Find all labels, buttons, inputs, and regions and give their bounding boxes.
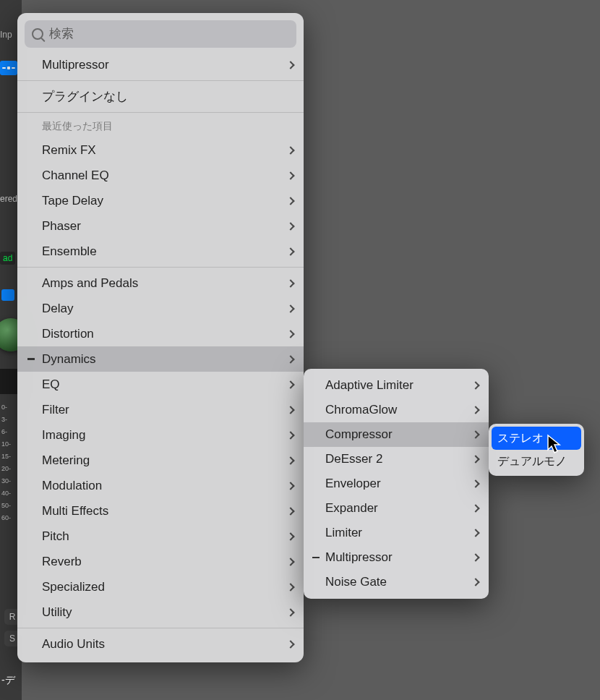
submenu-item-adaptive-limiter[interactable]: Adaptive Limiter	[304, 373, 489, 398]
menu-item-specialized[interactable]: Specialized	[17, 574, 304, 599]
submenu-item-label: Expander	[325, 501, 378, 516]
search-icon	[32, 28, 43, 40]
chevron-right-icon	[471, 553, 479, 561]
menu-item-label: Audio Units	[42, 637, 105, 652]
menu-item-multipressor[interactable]: Multipressor	[17, 52, 304, 77]
submenu-item-label: Noise Gate	[325, 575, 387, 589]
chevron-right-icon	[471, 381, 479, 389]
menu-item-label: Imaging	[42, 428, 85, 443]
chevron-right-icon	[286, 532, 294, 540]
chevron-right-icon	[286, 583, 294, 591]
submenu-item-multipressor[interactable]: Multipressor	[304, 545, 489, 570]
menu-item-label: Remix FX	[42, 143, 96, 158]
submenu-item-label: Enveloper	[325, 477, 381, 491]
menu-item-eq[interactable]: EQ	[17, 372, 304, 397]
menu-item-no-plugin[interactable]: プラグインなし	[17, 84, 304, 109]
submenu-item-compressor[interactable]: Compressor	[304, 422, 489, 447]
menu-separator	[17, 112, 304, 113]
chevron-right-icon	[286, 146, 294, 154]
chevron-right-icon	[286, 482, 294, 490]
menu-item-label: Specialized	[42, 580, 105, 594]
menu-item-label: Delay	[42, 302, 73, 316]
submenu-item-label: Multipressor	[325, 550, 393, 565]
chevron-right-icon	[286, 355, 294, 363]
menu-item-amps-and-pedals[interactable]: Amps and Pedals	[17, 270, 304, 296]
chevron-right-icon	[286, 61, 294, 69]
waveform-icon[interactable]	[1, 289, 14, 301]
menu-item-reverb[interactable]: Reverb	[17, 549, 304, 574]
chevron-right-icon	[286, 222, 294, 230]
menu-item-label: Filter	[42, 403, 69, 417]
submenu-item-label: DeEsser 2	[325, 452, 382, 466]
menu-item-imaging[interactable]: Imaging	[17, 422, 304, 448]
submenu-item-label: Limiter	[325, 526, 362, 540]
remove-marker-icon	[27, 358, 35, 360]
menu-item-channel-eq[interactable]: Channel EQ	[17, 163, 304, 188]
menu-item-audio-units[interactable]: Audio Units	[17, 631, 304, 657]
menu-item-label: Amps and Pedals	[42, 276, 138, 291]
option-label: デュアルモノ	[497, 454, 567, 469]
chevron-right-icon	[471, 406, 479, 414]
submenu-item-label: Compressor	[325, 427, 393, 442]
search-field[interactable]	[25, 20, 296, 48]
option-label: ステレオ	[497, 431, 544, 446]
submenu-item-deesser-2[interactable]: DeEsser 2	[304, 447, 489, 471]
menu-item-modulation[interactable]: Modulation	[17, 473, 304, 498]
menu-item-label: Pitch	[42, 529, 69, 544]
chevron-right-icon	[286, 558, 294, 565]
menu-item-label: Modulation	[42, 479, 102, 493]
menu-item-phaser[interactable]: Phaser	[17, 213, 304, 239]
chevron-right-icon	[286, 431, 294, 439]
search-input[interactable]	[49, 27, 289, 41]
menu-item-label: Multipressor	[42, 58, 109, 72]
menu-item-label: Multi Effects	[42, 504, 108, 518]
chevron-right-icon	[286, 608, 294, 616]
submenu-item-chromaglow[interactable]: ChromaGlow	[304, 398, 489, 422]
submenu-item-noise-gate[interactable]: Noise Gate	[304, 570, 489, 594]
chevron-right-icon	[286, 279, 294, 287]
chevron-right-icon	[286, 406, 294, 414]
menu-item-delay[interactable]: Delay	[17, 296, 304, 321]
recent-header: 最近使った項目	[17, 116, 304, 137]
chevron-right-icon	[286, 456, 294, 464]
menu-item-label: Ensemble	[42, 244, 97, 259]
menu-item-label: Channel EQ	[42, 168, 109, 183]
compressor-options-menu: ステレオデュアルモノ	[489, 424, 584, 476]
chevron-right-icon	[471, 529, 479, 537]
dynamics-submenu: Adaptive LimiterChromaGlowCompressorDeEs…	[304, 369, 489, 599]
chevron-right-icon	[286, 330, 294, 338]
option-ステレオ[interactable]: ステレオ	[492, 427, 581, 450]
menu-item-metering[interactable]: Metering	[17, 448, 304, 473]
menu-item-label: EQ	[42, 377, 60, 392]
submenu-item-label: Adaptive Limiter	[325, 378, 413, 393]
chevron-right-icon	[286, 304, 294, 312]
settings-icon[interactable]	[0, 61, 17, 75]
chevron-right-icon	[471, 578, 479, 586]
submenu-item-label: ChromaGlow	[325, 403, 397, 417]
chevron-right-icon	[471, 455, 479, 463]
chevron-right-icon	[286, 247, 294, 255]
menu-item-ensemble[interactable]: Ensemble	[17, 239, 304, 264]
chevron-right-icon	[286, 507, 294, 515]
chevron-right-icon	[471, 504, 479, 512]
submenu-item-limiter[interactable]: Limiter	[304, 521, 489, 545]
menu-item-utility[interactable]: Utility	[17, 599, 304, 625]
menu-item-distortion[interactable]: Distortion	[17, 321, 304, 346]
menu-item-pitch[interactable]: Pitch	[17, 524, 304, 549]
menu-item-multi-effects[interactable]: Multi Effects	[17, 498, 304, 524]
chevron-right-icon	[286, 197, 294, 205]
menu-item-dynamics[interactable]: Dynamics	[17, 346, 304, 372]
menu-item-remix-fx[interactable]: Remix FX	[17, 137, 304, 163]
menu-item-tape-delay[interactable]: Tape Delay	[17, 188, 304, 213]
option-デュアルモノ[interactable]: デュアルモノ	[489, 450, 584, 473]
menu-item-label: Distortion	[42, 327, 94, 341]
chevron-right-icon	[471, 430, 479, 438]
menu-item-label: Dynamics	[42, 352, 96, 367]
menu-item-label: Phaser	[42, 219, 81, 234]
chevron-right-icon	[471, 479, 479, 487]
submenu-item-expander[interactable]: Expander	[304, 496, 489, 521]
chevron-right-icon	[286, 640, 294, 648]
menu-item-filter[interactable]: Filter	[17, 397, 304, 422]
submenu-item-enveloper[interactable]: Enveloper	[304, 471, 489, 496]
menu-item-label: Reverb	[42, 555, 82, 569]
